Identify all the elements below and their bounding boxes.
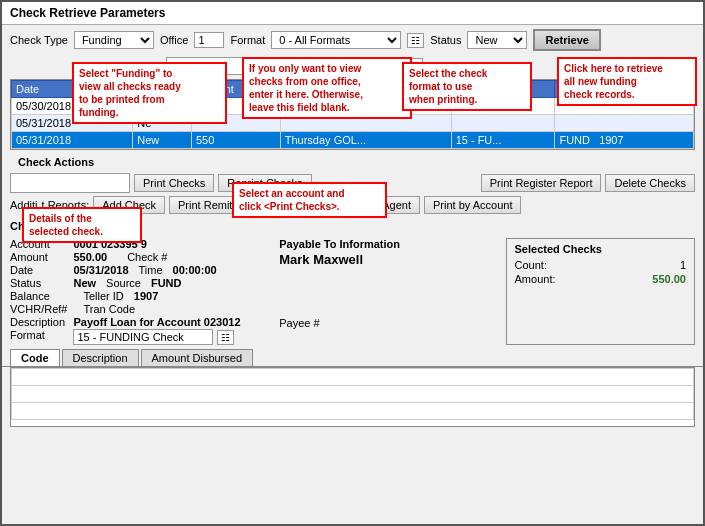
sc-amount-value: 550.00	[652, 273, 686, 285]
reprint-checks-button[interactable]: Reprint Checks	[218, 174, 311, 192]
date-row: 05/31/2018 Time 00:00:00	[73, 264, 267, 276]
count-label: Count:	[515, 259, 547, 271]
bottom-tabs: Code Description Amount Disbursed	[2, 349, 703, 367]
col-description: Description	[280, 81, 451, 98]
status-select[interactable]: New	[467, 31, 527, 49]
bottom-cell	[12, 386, 694, 403]
selected-checks-panel: Selected Checks Count: 1 Amount: 550.00	[506, 238, 695, 345]
print-by-co-agent-button[interactable]: Print by Co/Agent	[316, 196, 420, 214]
bottom-row[interactable]	[12, 369, 694, 386]
print-register-button[interactable]: Print Register Report	[481, 174, 602, 192]
actions-row1: Print Checks Reprint Checks Print Regist…	[10, 173, 695, 193]
status-value: New	[73, 277, 96, 289]
cell-accounts: FUND 1907	[555, 132, 694, 149]
check-actions-label: Check Actions	[10, 154, 695, 170]
office-label: Office	[160, 34, 189, 46]
amount-row: 550.00 Check #	[73, 251, 267, 263]
cell-desc	[280, 98, 451, 115]
cell-teller: 15 - FU...	[451, 132, 555, 149]
start-date-select[interactable]	[166, 57, 256, 75]
amount-row: Amount: 550.00	[515, 273, 686, 285]
check-table-wrapper: Date St Amount Description Teller # Acco…	[10, 79, 695, 150]
format-row: ☷	[73, 329, 267, 345]
teller-id-label: Teller ID	[83, 290, 123, 302]
print-remittance-button[interactable]: Print Remittance	[169, 196, 268, 214]
addl-label: Additi	[10, 199, 38, 211]
table-row[interactable]: 05/31/2018 Ne	[12, 115, 694, 132]
col-amount: Amount	[191, 81, 280, 98]
bottom-row[interactable]	[12, 403, 694, 420]
cell-accounts	[555, 98, 694, 115]
count-row: Count: 1	[515, 259, 686, 271]
format-grid-icon2[interactable]: ☷	[217, 330, 234, 345]
void-button[interactable]: Void	[272, 196, 311, 214]
cell-date: 05/31/2018	[12, 132, 133, 149]
tran-code-label: Tran Code	[83, 303, 135, 315]
params-row2: Start Date End Date	[2, 55, 703, 79]
format-grid-icon[interactable]: ☷	[407, 33, 424, 48]
office-input[interactable]	[194, 32, 224, 48]
tab-amount-disbursed[interactable]: Amount Disbursed	[141, 349, 254, 366]
actions-row2: Additi t Reports: Add Check Print Remitt…	[10, 196, 695, 214]
vchr-row: Tran Code	[73, 303, 267, 315]
col-date: Date	[12, 81, 133, 98]
cell-st: New	[133, 132, 192, 149]
check-type-select[interactable]: Funding	[74, 31, 154, 49]
cell-st: Ne	[133, 98, 192, 115]
vchr-ref-label: VCHR/Ref#	[10, 303, 67, 315]
cell-date: 05/31/2018	[12, 115, 133, 132]
time-label: Time	[139, 264, 163, 276]
col-st: St	[133, 81, 192, 98]
status-row: New Source FUND	[73, 277, 267, 289]
delete-checks-button[interactable]: Delete Checks	[605, 174, 695, 192]
print-checks-button[interactable]: Print Checks	[134, 174, 214, 192]
teller-id-value: 1907	[134, 290, 158, 302]
cell-desc	[280, 115, 451, 132]
print-by-account-button[interactable]: Print by Account	[424, 196, 522, 214]
format-label: Format	[10, 329, 67, 345]
payee-no-label: Payee #	[279, 317, 319, 329]
account-value: 0001 023395 9	[73, 238, 267, 250]
payable-to-title: Payable To Information	[279, 238, 493, 250]
date-value: 05/31/2018	[73, 264, 128, 276]
source-value: FUND	[151, 277, 182, 289]
time-value: 00:00:00	[173, 264, 217, 276]
cell-date: 05/30/2018	[12, 98, 133, 115]
end-date-input[interactable]	[333, 58, 423, 74]
selected-checks-title: Selected Checks	[515, 243, 686, 255]
cell-desc: Thursday GOL...	[280, 132, 451, 149]
format-select[interactable]: 0 - All Formats	[271, 31, 401, 49]
check-table: Date St Amount Description Teller # Acco…	[11, 80, 694, 149]
check-actions-section: Check Actions Print Checks Reprint Check…	[2, 150, 703, 218]
params-row1: Check Type Funding Office Format 0 - All…	[2, 25, 703, 55]
cell-amount	[191, 98, 280, 115]
status-label: Status	[430, 34, 461, 46]
title-bar: Check Retrieve Parameters	[2, 2, 703, 25]
format-input[interactable]	[73, 329, 213, 345]
balance-row: Teller ID 1907	[73, 290, 267, 302]
detail-grid-left: Account 0001 023395 9 Amount 550.00 Chec…	[10, 238, 267, 345]
detail-left: Account 0001 023395 9 Amount 550.00 Chec…	[10, 238, 267, 345]
tab-description[interactable]: Description	[62, 349, 139, 366]
bottom-table	[11, 368, 694, 420]
cell-accounts	[555, 115, 694, 132]
col-accounts: # Accounts	[555, 81, 694, 98]
bottom-row[interactable]	[12, 386, 694, 403]
check-detail-section: Account 0001 023395 9 Amount 550.00 Chec…	[2, 234, 703, 349]
main-window: Check Retrieve Parameters Check Type Fun…	[0, 0, 705, 526]
table-row[interactable]: 05/30/2018 Ne	[12, 98, 694, 115]
window-title: Check Retrieve Parameters	[10, 6, 165, 20]
retrieve-button[interactable]: Retrieve	[533, 29, 600, 51]
tab-code[interactable]: Code	[10, 349, 60, 366]
payable-to-name: Mark Maxwell	[279, 252, 493, 267]
description-label: Description	[10, 316, 67, 328]
description-value: Payoff Loan for Account 023012	[73, 316, 267, 328]
format-label: Format	[230, 34, 265, 46]
table-row-selected[interactable]: 05/31/2018 New 550 Thursday GOL... 15 - …	[12, 132, 694, 149]
add-check-button[interactable]: Add Check	[93, 196, 165, 214]
end-date-label: End Date	[282, 60, 328, 72]
bottom-table-area	[10, 367, 695, 427]
bottom-cell	[12, 369, 694, 386]
check-action-input[interactable]	[10, 173, 130, 193]
account-label: Account	[10, 238, 67, 250]
